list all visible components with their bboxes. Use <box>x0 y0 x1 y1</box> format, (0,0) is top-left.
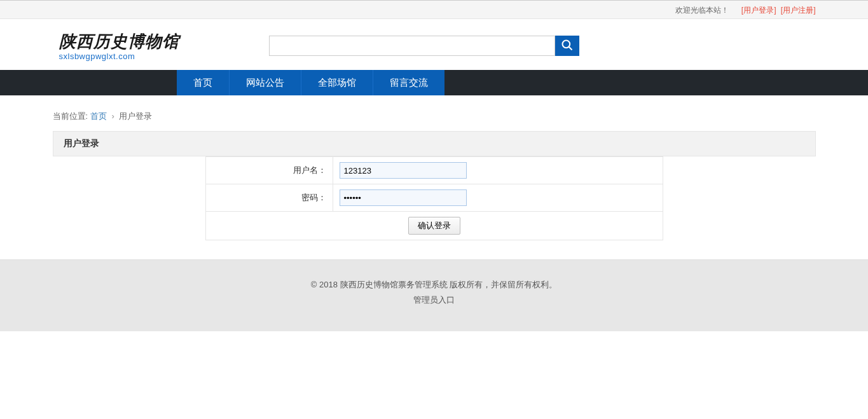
svg-line-1 <box>568 46 572 50</box>
nav-item-announcements[interactable]: 网站公告 <box>230 70 301 95</box>
footer-admin-link[interactable]: 管理员入口 <box>413 294 455 306</box>
search-box <box>269 36 579 56</box>
password-label: 密码： <box>205 184 333 212</box>
submit-login-button[interactable]: 确认登录 <box>408 217 460 235</box>
main-nav: 首页 网站公告 全部场馆 留言交流 <box>0 70 868 95</box>
search-button[interactable] <box>555 36 579 56</box>
breadcrumb-current: 用户登录 <box>119 111 152 121</box>
site-logo[interactable]: 陕西历史博物馆 sxlsbwgpwglxt.com <box>53 31 218 61</box>
logo-sub-text: sxlsbwgpwglxt.com <box>59 52 218 61</box>
breadcrumb-home-link[interactable]: 首页 <box>90 111 107 121</box>
chevron-right-icon: › <box>111 111 114 121</box>
form-row-username: 用户名： <box>205 157 663 184</box>
content: 当前位置: 首页 › 用户登录 用户登录 用户名： 密码： 确认登录 <box>53 95 816 259</box>
nav-item-all-venues[interactable]: 全部场馆 <box>301 70 373 95</box>
panel-title: 用户登录 <box>53 131 816 156</box>
nav-item-feedback[interactable]: 留言交流 <box>373 70 444 95</box>
footer: © 2018 陕西历史博物馆票务管理系统 版权所有，并保留所有权利。 管理员入口 <box>0 259 868 331</box>
breadcrumb: 当前位置: 首页 › 用户登录 <box>53 107 816 131</box>
svg-point-0 <box>562 40 570 48</box>
login-form: 用户名： 密码： 确认登录 <box>205 156 663 240</box>
search-input[interactable] <box>269 36 555 56</box>
welcome-text: 欢迎光临本站！ <box>675 6 729 15</box>
search-icon <box>561 39 574 53</box>
user-register-link[interactable]: [用户注册] <box>781 6 816 15</box>
logo-main-text: 陕西历史博物馆 <box>59 31 218 53</box>
password-input[interactable] <box>340 189 467 206</box>
user-login-link[interactable]: [用户登录] <box>741 6 776 15</box>
form-row-submit: 确认登录 <box>205 212 663 240</box>
breadcrumb-prefix: 当前位置: <box>53 111 88 121</box>
form-row-password: 密码： <box>205 184 663 212</box>
username-label: 用户名： <box>205 157 333 184</box>
top-bar: 欢迎光临本站！ [用户登录] [用户注册] <box>0 0 868 19</box>
footer-copyright: © 2018 陕西历史博物馆票务管理系统 版权所有，并保留所有权利。 <box>0 279 868 291</box>
header: 陕西历史博物馆 sxlsbwgpwglxt.com <box>0 19 868 70</box>
nav-item-home[interactable]: 首页 <box>177 70 230 95</box>
username-input[interactable] <box>340 162 467 179</box>
